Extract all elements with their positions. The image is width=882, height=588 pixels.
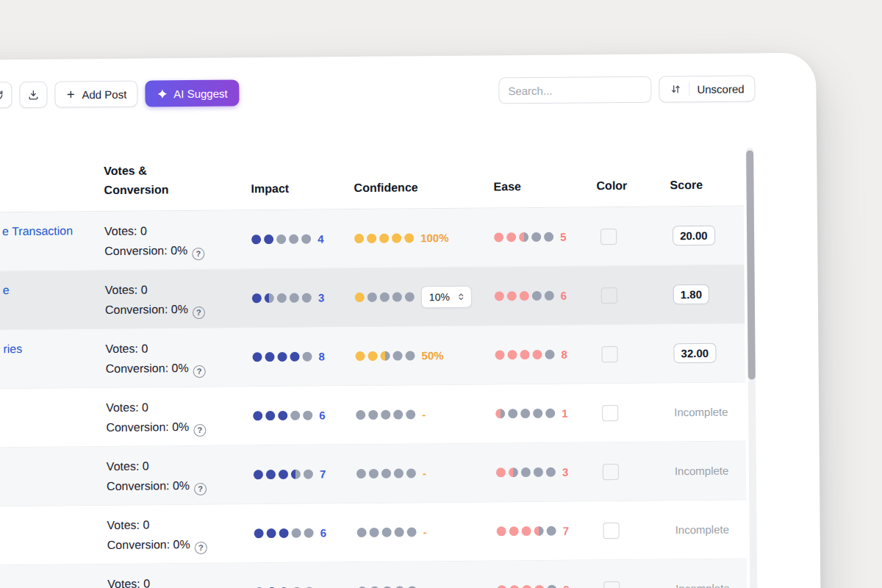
impact-dot[interactable]	[252, 293, 262, 303]
post-title-link[interactable]: e	[3, 284, 10, 297]
impact-dot[interactable]	[302, 352, 312, 362]
scrollbar-thumb[interactable]	[746, 150, 756, 379]
ease-dot[interactable]	[520, 350, 529, 359]
impact-dot[interactable]	[301, 234, 311, 244]
conf-dot[interactable]	[369, 469, 379, 478]
help-icon[interactable]: ?	[194, 482, 207, 495]
impact-dot[interactable]	[276, 234, 286, 244]
ease-dot[interactable]	[497, 585, 506, 588]
conf-dot[interactable]	[407, 527, 417, 537]
conf-dot[interactable]	[380, 351, 390, 361]
ease-dot[interactable]	[509, 467, 518, 477]
scrollbar-track[interactable]	[746, 147, 758, 588]
export-button[interactable]	[19, 82, 47, 108]
impact-dot[interactable]	[254, 528, 264, 538]
ease-dot[interactable]	[545, 350, 554, 359]
color-checkbox[interactable]	[600, 228, 617, 244]
ease-dot[interactable]	[507, 291, 517, 301]
help-icon[interactable]: ?	[193, 423, 206, 436]
impact-dot[interactable]	[277, 293, 287, 303]
conf-dot[interactable]	[368, 410, 378, 420]
conf-dot[interactable]	[381, 469, 391, 478]
color-checkbox[interactable]	[601, 287, 617, 303]
ease-dot[interactable]	[519, 232, 528, 242]
impact-dot[interactable]	[291, 470, 301, 479]
impact-dot[interactable]	[290, 411, 300, 420]
impact-dot[interactable]	[265, 352, 274, 362]
conf-dot[interactable]	[395, 528, 404, 537]
ease-dot[interactable]	[495, 350, 504, 359]
conf-dot[interactable]	[356, 410, 365, 420]
ease-dot[interactable]	[509, 585, 519, 588]
conf-dot[interactable]	[357, 528, 367, 537]
ease-dot[interactable]	[495, 291, 504, 301]
conf-dot[interactable]	[379, 234, 389, 243]
conf-dot[interactable]	[355, 351, 365, 361]
ease-dot[interactable]	[496, 467, 506, 477]
ease-dot[interactable]	[522, 526, 531, 536]
conf-dot[interactable]	[392, 234, 401, 243]
ease-dot[interactable]	[520, 291, 529, 301]
ease-dot[interactable]	[497, 526, 506, 536]
impact-dot[interactable]	[277, 352, 287, 362]
ease-dot[interactable]	[495, 409, 505, 418]
ease-dot[interactable]	[521, 467, 531, 477]
ease-dot[interactable]	[534, 585, 544, 588]
ease-dot[interactable]	[508, 409, 517, 418]
ease-dot[interactable]	[507, 350, 517, 359]
conf-dot[interactable]	[393, 410, 403, 420]
conf-dot[interactable]	[368, 293, 377, 302]
impact-dot[interactable]	[267, 528, 276, 538]
impact-dot[interactable]	[264, 234, 273, 244]
search-input[interactable]	[498, 76, 651, 104]
ease-dot[interactable]	[545, 409, 555, 418]
conf-dot[interactable]	[368, 351, 377, 361]
ease-dot[interactable]	[534, 526, 544, 536]
conf-dot[interactable]	[355, 293, 365, 302]
ease-dot[interactable]	[494, 232, 503, 242]
help-icon[interactable]: ?	[195, 541, 207, 553]
ease-dot[interactable]	[547, 526, 556, 536]
conf-dot[interactable]	[406, 409, 415, 419]
impact-dot[interactable]	[302, 293, 312, 303]
impact-dot[interactable]	[265, 293, 274, 303]
ease-dot[interactable]	[547, 585, 556, 588]
conf-dot[interactable]	[367, 234, 376, 243]
ease-dot[interactable]	[509, 526, 519, 536]
impact-dot[interactable]	[253, 411, 262, 420]
impact-dot[interactable]	[265, 411, 275, 420]
help-icon[interactable]: ?	[193, 365, 206, 377]
conf-dot[interactable]	[406, 468, 416, 478]
conf-dot[interactable]	[394, 469, 404, 478]
ease-dot[interactable]	[531, 232, 541, 242]
conf-dot[interactable]	[405, 351, 415, 360]
conf-dot[interactable]	[370, 528, 379, 537]
conf-dot[interactable]	[380, 293, 390, 302]
conf-dot[interactable]	[405, 292, 415, 301]
conf-dot[interactable]	[381, 410, 390, 420]
post-title-link[interactable]: e Transaction	[2, 224, 73, 238]
conf-dot[interactable]	[404, 233, 414, 243]
impact-dot[interactable]	[266, 470, 276, 479]
color-checkbox[interactable]	[603, 581, 620, 588]
conf-dot[interactable]	[354, 234, 364, 243]
add-post-button[interactable]: Add Post	[54, 81, 137, 108]
help-icon[interactable]: ?	[193, 306, 205, 318]
help-icon[interactable]: ?	[192, 247, 204, 259]
color-checkbox[interactable]	[601, 345, 617, 362]
impact-dot[interactable]	[292, 528, 301, 538]
conf-dot[interactable]	[356, 469, 366, 478]
ease-dot[interactable]	[546, 467, 556, 477]
impact-dot[interactable]	[254, 470, 263, 479]
ease-dot[interactable]	[520, 409, 530, 418]
impact-dot[interactable]	[278, 411, 287, 420]
impact-dot[interactable]	[290, 352, 299, 362]
ease-dot[interactable]	[506, 232, 516, 242]
ease-dot[interactable]	[533, 409, 542, 418]
impact-dot[interactable]	[252, 352, 262, 362]
conf-dot[interactable]	[392, 351, 402, 361]
impact-dot[interactable]	[279, 528, 289, 538]
refresh-button[interactable]	[0, 82, 12, 108]
ease-dot[interactable]	[532, 350, 542, 359]
conf-dot[interactable]	[392, 293, 402, 302]
